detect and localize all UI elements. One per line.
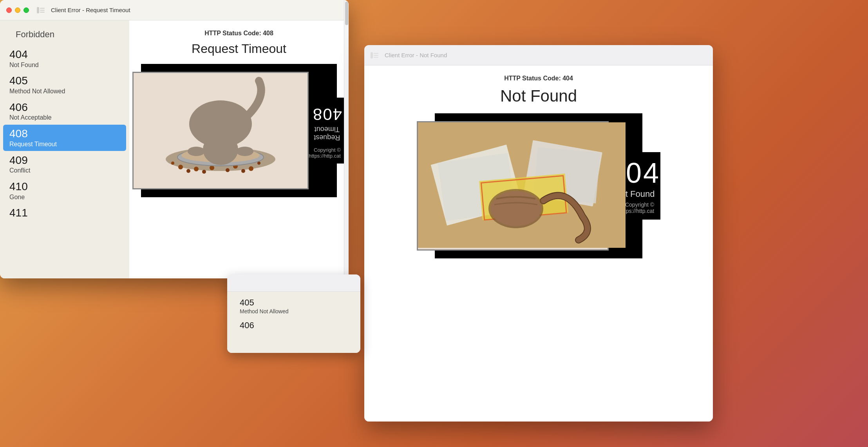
sidebar-item-third-406[interactable]: 406 bbox=[233, 318, 354, 333]
sidebar-item-409[interactable]: 409 Conflict bbox=[3, 151, 126, 177]
sidebar-item-409-code: 409 bbox=[9, 154, 120, 167]
window-body-main: Forbidden 404 Not Found 405 Method Not A… bbox=[0, 20, 349, 278]
sidebar-item-forbidden[interactable]: Forbidden bbox=[3, 24, 126, 45]
svg-rect-27 bbox=[374, 55, 378, 56]
scrollbar-408[interactable] bbox=[344, 20, 349, 278]
sidebar-item-third-405-label: Method Not Allowed bbox=[240, 308, 348, 315]
error-title-404: Not Found bbox=[500, 87, 577, 105]
cat-image-container-408: 408 Request Timeout Copyright © https://… bbox=[141, 64, 337, 197]
svg-point-24 bbox=[236, 147, 253, 156]
svg-rect-1 bbox=[40, 8, 45, 9]
svg-rect-3 bbox=[40, 12, 45, 13]
copyright-408: Copyright © https://http.cat bbox=[309, 145, 345, 160]
svg-rect-2 bbox=[40, 10, 45, 11]
sidebar-item-409-label: Conflict bbox=[9, 167, 120, 175]
svg-point-7 bbox=[186, 169, 190, 173]
svg-point-10 bbox=[210, 165, 214, 170]
window-title-second: Client Error - Not Found bbox=[385, 52, 447, 58]
status-text-overlay-408: Request Timeout bbox=[309, 125, 345, 145]
sidebar-item-404[interactable]: 404 Not Found bbox=[3, 45, 126, 71]
sidebar-item-405-label: Method Not Allowed bbox=[9, 87, 120, 96]
cat-image-frame-408 bbox=[132, 72, 309, 189]
sidebar-item-third-405-code: 405 bbox=[240, 298, 348, 308]
sidebar-item-410[interactable]: 410 Gone bbox=[3, 178, 126, 204]
svg-point-15 bbox=[171, 162, 174, 165]
svg-point-14 bbox=[249, 166, 253, 171]
content-area-404: HTTP Status Code: 404 Not Found bbox=[364, 65, 713, 422]
minimize-button[interactable] bbox=[15, 7, 20, 13]
window-title-main: Client Error - Request Timeout bbox=[51, 7, 130, 13]
sidebar-main: Forbidden 404 Not Found 405 Method Not A… bbox=[0, 20, 129, 278]
sidebar-item-406-code: 406 bbox=[9, 101, 120, 114]
maximize-button[interactable] bbox=[24, 7, 29, 13]
second-window: Client Error - Not Found HTTP Status Cod… bbox=[364, 45, 713, 422]
cat-image-container-404: 404 Not Found Copyright © https://http.c… bbox=[435, 113, 642, 258]
sidebar-item-410-label: Gone bbox=[9, 193, 120, 202]
svg-point-16 bbox=[257, 162, 260, 165]
sidebar-item-408-code: 408 bbox=[9, 127, 120, 140]
cat-image-frame-404 bbox=[417, 121, 609, 251]
sidebar-item-408-label: Request Timeout bbox=[9, 140, 120, 149]
close-button[interactable] bbox=[6, 7, 12, 13]
partial-sidebar: 405 Method Not Allowed 406 bbox=[230, 295, 357, 350]
upside-down-text: Request Timeout bbox=[309, 125, 345, 142]
sidebar-item-410-code: 410 bbox=[9, 180, 120, 193]
svg-point-20 bbox=[203, 134, 238, 165]
sidebar-item-404-label: Not Found bbox=[9, 61, 120, 69]
sidebar-item-forbidden-label: Forbidden bbox=[9, 26, 120, 43]
sidebar-item-405-code: 405 bbox=[9, 74, 120, 87]
status-code-overlay-408: 408 bbox=[309, 101, 345, 125]
sidebar-item-411-code: 411 bbox=[9, 206, 120, 220]
http-status-label-408: HTTP Status Code: 408 bbox=[204, 30, 273, 37]
sidebar-item-third-406-code: 406 bbox=[240, 320, 348, 331]
sidebar-item-411[interactable]: 411 bbox=[3, 204, 126, 222]
cat-404-svg bbox=[418, 122, 626, 248]
sidebar-item-408[interactable]: 408 Request Timeout bbox=[3, 125, 126, 151]
traffic-lights bbox=[6, 7, 29, 13]
error-title-408: Request Timeout bbox=[192, 42, 286, 56]
main-window: Client Error - Request Timeout Forbidden… bbox=[0, 0, 349, 278]
cat-408-svg bbox=[134, 73, 307, 187]
title-bar-third bbox=[227, 274, 360, 292]
title-bar-main: Client Error - Request Timeout bbox=[0, 0, 349, 20]
svg-rect-26 bbox=[374, 53, 378, 54]
svg-rect-25 bbox=[371, 52, 373, 58]
window-body-second: HTTP Status Code: 404 Not Found bbox=[364, 65, 713, 422]
sidebar-item-406[interactable]: 406 Not Acceptable bbox=[3, 98, 126, 124]
sidebar-item-405[interactable]: 405 Method Not Allowed bbox=[3, 72, 126, 98]
upside-down-code: 408 bbox=[312, 105, 342, 124]
third-window: 405 Method Not Allowed 406 bbox=[227, 274, 360, 353]
svg-point-6 bbox=[178, 165, 183, 169]
sidebar-toggle-icon-second[interactable] bbox=[371, 51, 380, 60]
sidebar-item-third-405[interactable]: 405 Method Not Allowed bbox=[233, 295, 354, 318]
scrollbar-thumb-408 bbox=[345, 20, 348, 25]
http-status-label-404: HTTP Status Code: 404 bbox=[504, 75, 573, 82]
svg-point-13 bbox=[241, 169, 245, 173]
svg-point-9 bbox=[202, 170, 206, 174]
svg-point-23 bbox=[188, 147, 205, 156]
content-area-408: HTTP Status Code: 408 Request Timeout bbox=[129, 20, 349, 278]
svg-rect-28 bbox=[374, 57, 378, 58]
sidebar-toggle-icon[interactable] bbox=[37, 5, 46, 15]
title-bar-second: Client Error - Not Found bbox=[364, 45, 713, 65]
svg-rect-0 bbox=[37, 7, 39, 13]
sidebar-item-406-label: Not Acceptable bbox=[9, 114, 120, 122]
svg-point-11 bbox=[226, 168, 230, 172]
window-body-third: 405 Method Not Allowed 406 bbox=[227, 292, 360, 353]
sidebar-item-404-code: 404 bbox=[9, 48, 120, 61]
svg-point-8 bbox=[194, 167, 199, 171]
